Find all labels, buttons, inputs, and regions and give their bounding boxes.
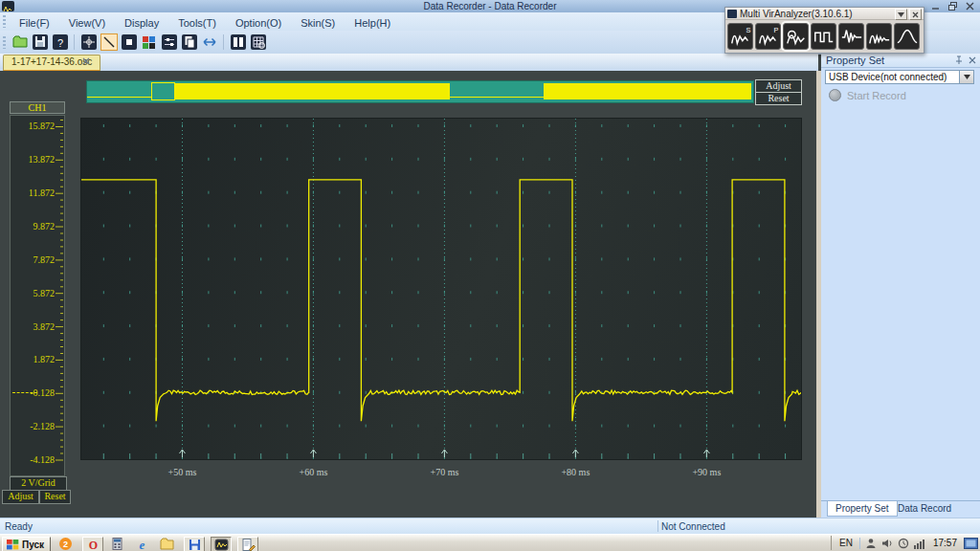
chevron-down-icon[interactable] [959,71,973,83]
analyzer-controls [895,9,922,20]
analyzer-dual-burst-button[interactable] [838,23,864,50]
x-axis-label: +50 ms [153,467,211,477]
analyzer-wave-s-button[interactable]: S [727,23,753,50]
overview-flat-segment [450,97,543,98]
analyzer-wave-p-button[interactable]: P [755,23,781,50]
tray-person-icon[interactable] [864,537,878,550]
toolbar-grip[interactable] [3,36,6,49]
device-select[interactable]: USB Device(not connected) [825,70,974,84]
menu-item-display[interactable]: Display [115,15,168,31]
waveform-canvas [81,119,801,459]
analyzer-wave-marker-button[interactable] [783,23,809,50]
save-icon[interactable] [31,33,49,52]
oscilloscope-area: Adjust Reset CH1 15.87213.87211.8729.872… [0,71,816,518]
copy-page-icon[interactable] [180,33,198,52]
close-icon[interactable] [966,2,974,11]
quicklaunch-floppy-save[interactable] [184,537,205,551]
analyzer-dropdown-icon[interactable] [895,9,907,20]
quicklaunch-opera[interactable]: O [82,537,103,551]
tray-signal-bars-icon[interactable] [913,537,926,550]
sliders-icon[interactable] [160,33,178,52]
svg-text:P: P [773,26,778,34]
menu-item-filef[interactable]: File(F) [10,15,59,31]
analyzer-wave-decay-button[interactable] [866,23,892,50]
help-icon[interactable]: ? [51,33,69,52]
analyzer-smooth-bell-button[interactable] [894,23,920,50]
menu-item-helph[interactable]: Help(H) [345,15,400,31]
voltage-scale-label: 13.872 [11,154,55,165]
menu-item-viewv[interactable]: View(V) [59,15,115,31]
dock-tabs: Property Set Data Record [821,500,980,518]
analyzer-buttons: SP [725,20,924,52]
waveform-plot[interactable] [81,119,801,459]
overview-reset-button[interactable]: Reset [755,92,802,105]
record-icon [829,89,841,101]
quicklaunch-internet-explorer[interactable]: e [134,537,149,551]
blue-display-icon[interactable] [964,538,978,549]
tray-icons [864,537,926,550]
tab-property-set[interactable]: Property Set [827,501,898,517]
overview-flat-segment [87,97,151,98]
tray-watch-icon[interactable] [897,537,910,550]
menu-item-optiono[interactable]: Option(O) [226,15,291,31]
columns-view-icon[interactable] [229,33,247,52]
minimize-icon[interactable] [931,2,940,11]
analyzer-square-wave-button[interactable] [811,23,836,50]
voltage-scale-label: 7.872 [11,254,55,265]
ch1-trace [81,180,801,421]
overview-solid-segment [544,83,751,99]
analyzer-icon [727,10,737,18]
crosshair-icon[interactable] [79,33,98,52]
x-axis-label: +90 ms [678,467,735,477]
channel-label: CH1 [10,101,65,114]
svg-text:2: 2 [62,540,67,549]
svg-text:O: O [88,539,97,551]
start-record-button[interactable]: Start Record [829,89,906,101]
overview-minimap[interactable] [86,80,754,103]
overview-adjust-button[interactable]: Adjust [755,79,802,93]
voltage-scale: 15.87213.87211.8729.8727.8725.8723.8721.… [10,115,65,476]
menu-item-skins[interactable]: Skin(S) [291,15,345,31]
line-tool-icon[interactable] [100,33,118,52]
voltage-scale-label: 3.872 [11,321,55,332]
analyzer-close-icon[interactable] [909,9,922,20]
clock[interactable]: 17:57 [930,538,960,548]
scale-adjust-button[interactable]: Adjust [2,490,39,504]
tray-speaker-icon[interactable] [880,537,894,550]
horizontal-arrows-icon[interactable] [200,33,218,52]
device-select-value: USB Device(not connected) [829,72,947,82]
grid-magnifier-icon[interactable] [249,33,267,52]
analyzer-title-bar[interactable]: Multi VirAnalyzer(3.10.6.1) [725,8,924,20]
tab-close-icon[interactable] [82,57,91,66]
language-indicator[interactable]: EN [836,538,856,548]
menu-items: File(F)View(V)DisplayTools(T)Option(O)Sk… [10,13,400,31]
voltage-scale-label: -2.128 [11,421,55,431]
system-tray: EN 17:57 [831,536,978,550]
start-button[interactable]: Пуск [2,537,51,551]
quicklaunch-calculator[interactable] [109,537,124,551]
quicklaunch-folder[interactable] [159,537,174,551]
quicklaunch-messenger-2[interactable]: 2 [57,537,73,551]
open-file-icon[interactable] [11,33,29,52]
toolbar-separator [74,34,75,50]
voltage-scale-label: 5.872 [11,288,55,298]
quicklaunch-notepad-pen[interactable] [237,537,258,551]
x-axis-label: +60 ms [284,467,342,477]
connection-status: Not Connected [661,521,725,532]
pin-icon[interactable] [955,55,963,65]
quicklaunch-viranalyzer-active[interactable] [211,537,232,551]
restore-icon[interactable] [948,2,957,11]
stop-icon[interactable] [120,33,138,52]
analyzer-popup: Multi VirAnalyzer(3.10.6.1) SP [724,7,924,54]
overview-window-segment[interactable] [151,82,175,100]
toolbar-icons: ? [10,33,268,52]
tray-separator [859,538,860,549]
svg-text:?: ? [56,37,62,49]
toolbar-grip[interactable] [3,15,6,28]
color-palette-icon[interactable] [140,33,158,52]
scale-reset-button[interactable]: Reset [39,490,71,504]
voltage-scale-label: 11.872 [11,187,55,198]
menu-item-toolst[interactable]: Tools(T) [168,15,226,31]
panel-close-icon[interactable] [969,55,976,64]
tab-data-record[interactable]: Data Record [890,501,959,517]
